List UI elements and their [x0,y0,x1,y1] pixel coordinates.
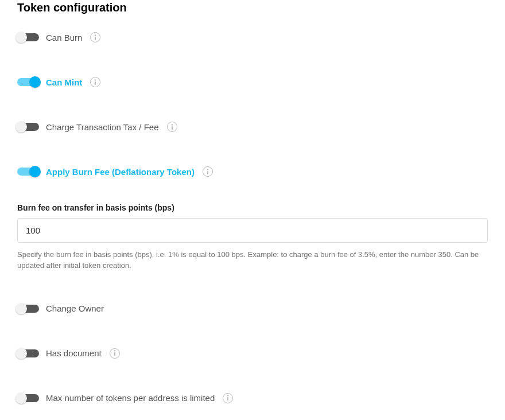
toggle-label-charge-tax: Charge Transaction Tax / Fee [46,122,159,132]
toggle-label-can-burn: Can Burn [46,33,82,42]
svg-point-6 [207,169,209,170]
svg-rect-11 [227,397,228,400]
burn-fee-help: Specify the burn fee in basis points (bp… [17,250,488,271]
svg-point-2 [95,79,96,81]
toggle-row-can-mint: Can Mint [17,76,488,88]
burn-fee-field: Burn fee on transfer in basis points (bp… [17,203,488,271]
svg-point-0 [95,34,96,36]
toggle-label-can-mint: Can Mint [46,77,82,87]
toggle-apply-burn-fee[interactable] [17,166,39,177]
toggle-change-owner[interactable] [17,303,39,314]
toggle-can-mint[interactable] [17,76,39,88]
toggle-label-change-owner: Change Owner [46,304,104,313]
info-icon[interactable] [90,77,100,87]
info-icon[interactable] [110,348,120,359]
toggle-row-can-burn: Can Burn [17,32,488,43]
toggle-label-max-tokens: Max number of tokens per address is limi… [46,393,215,403]
svg-rect-9 [114,352,115,356]
toggle-row-has-document: Has document [17,348,488,359]
info-icon[interactable] [90,32,100,42]
toggle-can-burn[interactable] [17,32,39,43]
burn-fee-input[interactable] [17,218,488,243]
info-icon[interactable] [223,393,233,403]
toggle-label-has-document: Has document [46,348,102,358]
toggle-row-charge-tax: Charge Transaction Tax / Fee [17,121,488,133]
burn-fee-label: Burn fee on transfer in basis points (bp… [17,203,488,212]
toggle-max-tokens[interactable] [17,392,39,404]
toggle-row-apply-burn-fee: Apply Burn Fee (Deflationary Token) [17,166,488,177]
toggle-row-change-owner: Change Owner [17,303,488,314]
toggle-label-apply-burn-fee: Apply Burn Fee (Deflationary Token) [46,167,195,177]
toggle-charge-tax[interactable] [17,121,39,133]
svg-rect-7 [207,171,208,174]
page-title: Token configuration [17,1,488,14]
info-icon[interactable] [167,122,177,132]
toggle-row-max-tokens: Max number of tokens per address is limi… [17,392,488,404]
svg-rect-1 [95,37,96,40]
svg-rect-5 [171,126,172,130]
svg-point-8 [114,350,115,352]
svg-rect-3 [95,81,96,85]
svg-point-10 [227,395,229,396]
svg-point-4 [171,124,173,126]
toggle-has-document[interactable] [17,348,39,359]
info-icon[interactable] [203,166,213,177]
